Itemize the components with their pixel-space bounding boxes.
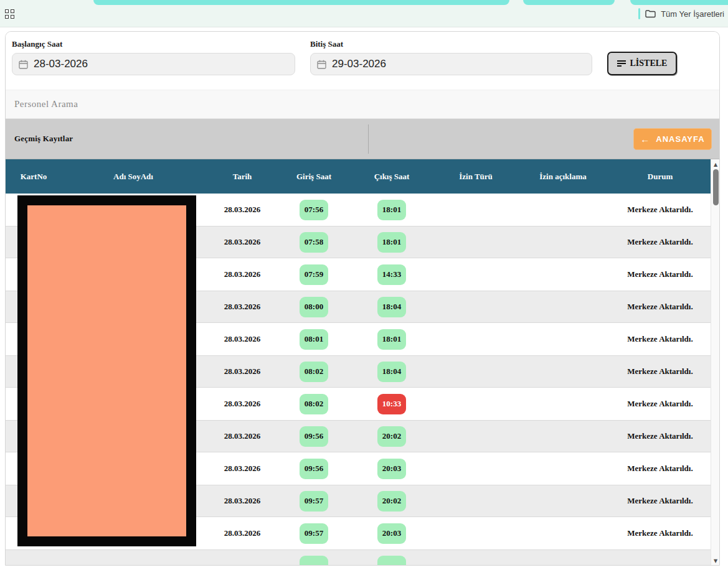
start-date-value: 28-03-2026 <box>34 58 88 70</box>
apps-grid-icon[interactable] <box>5 9 14 19</box>
check-in-badge: 09:57 <box>300 523 328 544</box>
column-header: Giriş Saat <box>280 159 348 194</box>
column-header: Durum <box>610 159 711 194</box>
check-in-cell: 08:02 <box>280 356 348 387</box>
check-in-cell: 09:57 <box>280 485 348 516</box>
date-cell: 28.03.2026 <box>205 291 280 322</box>
check-out-badge: 10:33 <box>377 394 406 414</box>
personnel-search-input[interactable] <box>6 90 719 118</box>
check-in-cell: 07:59 <box>280 258 348 291</box>
date-cell: 28.03.2026 <box>205 227 280 258</box>
end-date-label: Bitiş Saat <box>310 39 592 49</box>
leave-desc-cell <box>516 194 610 226</box>
section-divider <box>368 124 369 154</box>
check-in-badge: 09:56 <box>300 426 328 447</box>
check-out-badge: 18:04 <box>377 297 406 317</box>
check-out-cell: 20:02 <box>348 421 435 452</box>
leave-type-cell <box>435 485 516 516</box>
status-cell: Merkeze Aktarıldı. <box>610 452 711 485</box>
start-date-label: Başlangıç Saat <box>12 39 295 49</box>
all-bookmarks-label[interactable]: Tüm Yer İşaretleri <box>661 9 724 19</box>
date-cell: 28.03.2026 <box>205 517 280 549</box>
personnel-search-row <box>6 90 719 119</box>
leave-type-cell <box>435 258 516 291</box>
status-cell: Merkeze Aktarıldı. <box>610 227 711 258</box>
check-out-badge: 14:33 <box>377 264 406 285</box>
column-header: KartNo <box>6 159 62 194</box>
check-out-badge <box>377 556 406 566</box>
home-button[interactable]: ← ANASAYFA <box>633 128 712 150</box>
date-cell: 28.03.2026 <box>205 194 280 226</box>
redaction-overlay <box>17 195 196 546</box>
check-in-badge <box>300 556 328 566</box>
date-cell: 28.03.2026 <box>205 485 280 516</box>
leave-type-cell <box>435 421 516 452</box>
check-in-cell: 09:57 <box>280 517 348 549</box>
check-in-cell: 09:56 <box>280 421 348 452</box>
check-in-badge: 07:59 <box>300 264 328 285</box>
end-date-value: 29-03-2026 <box>332 58 386 70</box>
column-header: İzin Türü <box>435 159 516 194</box>
table-row[interactable] <box>6 549 711 566</box>
date-cell: 28.03.2026 <box>205 323 280 355</box>
check-out-cell: 18:04 <box>348 356 435 387</box>
leave-type-cell <box>435 550 516 566</box>
leave-desc-cell <box>516 323 610 355</box>
leave-desc-cell <box>516 485 610 516</box>
check-out-badge: 20:02 <box>377 491 406 512</box>
check-out-cell: 18:04 <box>348 291 435 322</box>
column-header: İzin açıklama <box>516 159 610 194</box>
list-button-label: LİSTELE <box>630 58 668 68</box>
check-out-cell: 18:01 <box>348 194 435 226</box>
date-cell <box>205 550 280 566</box>
date-cell: 28.03.2026 <box>205 452 280 485</box>
status-cell: Merkeze Aktarıldı. <box>610 356 711 387</box>
status-cell: Merkeze Aktarıldı. <box>610 421 711 452</box>
column-header: Tarih <box>205 159 280 194</box>
left-arrow-icon: ← <box>640 134 650 144</box>
start-date-input[interactable]: 28-03-2026 <box>12 53 295 75</box>
list-icon <box>617 60 626 67</box>
name-cell <box>62 550 205 566</box>
end-date-input[interactable]: 29-03-2026 <box>310 53 592 75</box>
leave-type-cell <box>435 517 516 549</box>
check-out-badge: 20:03 <box>377 523 406 544</box>
leave-type-cell <box>435 323 516 355</box>
check-in-cell: 08:00 <box>280 291 348 322</box>
card-no-cell <box>6 550 62 566</box>
scroll-up-icon[interactable]: ▲ <box>711 160 720 169</box>
browser-bookmarks-bar: Tüm Yer İşaretleri <box>0 0 728 27</box>
check-in-badge: 08:02 <box>300 362 328 382</box>
list-button[interactable]: LİSTELE <box>607 52 677 75</box>
history-section-bar: Geçmiş Kayıtlar ← ANASAYFA <box>6 119 719 159</box>
check-out-badge: 18:01 <box>377 329 406 350</box>
bookmarks-divider <box>638 8 640 19</box>
folder-icon <box>645 9 656 18</box>
leave-desc-cell <box>516 291 610 322</box>
leave-desc-cell <box>516 356 610 387</box>
check-in-badge: 07:56 <box>300 200 328 220</box>
table-header-row: KartNoAdı SoyAdıTarihGiriş SaatÇıkış Saa… <box>6 159 711 194</box>
date-cell: 28.03.2026 <box>205 356 280 387</box>
vertical-scrollbar[interactable]: ▲ ▼ <box>711 159 719 566</box>
status-cell: Merkeze Aktarıldı. <box>610 258 711 291</box>
check-in-cell <box>280 550 348 566</box>
calendar-icon <box>19 60 28 69</box>
check-out-cell <box>348 550 435 566</box>
date-cell: 28.03.2026 <box>205 421 280 452</box>
status-cell: Merkeze Aktarıldı. <box>610 485 711 516</box>
status-cell: Merkeze Aktarıldı. <box>610 388 711 420</box>
status-cell: Merkeze Aktarıldı. <box>610 323 711 355</box>
check-out-badge: 18:04 <box>377 362 406 382</box>
status-cell: Merkeze Aktarıldı. <box>610 517 711 549</box>
check-out-badge: 18:01 <box>377 232 406 253</box>
leave-desc-cell <box>516 550 610 566</box>
date-cell: 28.03.2026 <box>205 258 280 291</box>
scrollbar-thumb[interactable] <box>713 169 719 205</box>
status-cell <box>610 550 711 566</box>
check-out-cell: 20:03 <box>348 452 435 485</box>
leave-type-cell <box>435 227 516 258</box>
leave-desc-cell <box>516 258 610 291</box>
scroll-down-icon[interactable]: ▼ <box>711 556 720 565</box>
status-cell: Merkeze Aktarıldı. <box>610 194 711 226</box>
